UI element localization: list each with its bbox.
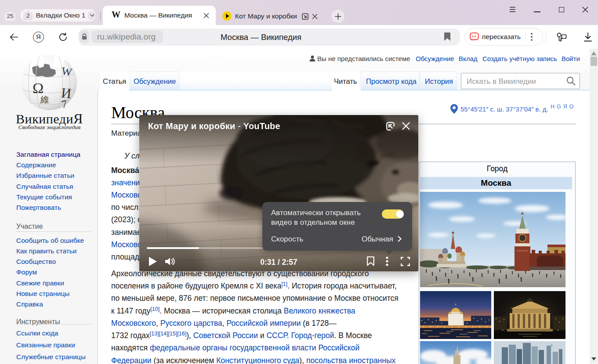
svg-text:維: 維 xyxy=(40,95,49,105)
svg-text:Ω: Ω xyxy=(33,80,43,96)
svg-text:W: W xyxy=(61,65,73,78)
